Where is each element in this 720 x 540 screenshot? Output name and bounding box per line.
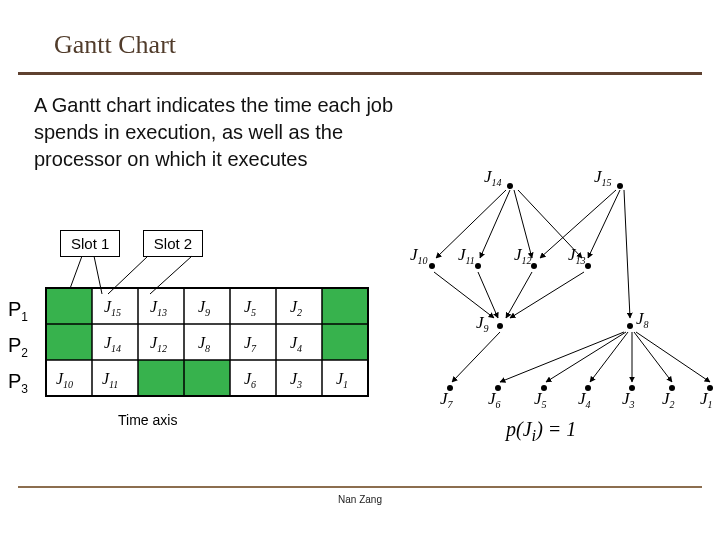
svg-rect-7 [322, 324, 368, 360]
svg-point-37 [507, 183, 513, 189]
p1-letter: P [8, 298, 21, 320]
svg-point-48 [585, 385, 591, 391]
pj-head: p(J [506, 418, 532, 440]
svg-point-49 [629, 385, 635, 391]
svg-rect-5 [322, 288, 368, 324]
processor-3-label: P3 [8, 370, 28, 396]
svg-rect-4 [46, 288, 92, 324]
node-j1: J1 [700, 389, 713, 410]
cell-p2-s4: J8 [198, 334, 210, 354]
svg-line-26 [478, 272, 498, 318]
svg-line-36 [636, 332, 710, 382]
node-j10: J10 [410, 245, 428, 266]
node-j13: J13 [568, 245, 586, 266]
svg-point-46 [495, 385, 501, 391]
p3-sub: 3 [21, 382, 28, 396]
cell-p1-s6: J2 [290, 298, 302, 318]
cell-p1-s3: J13 [150, 298, 167, 318]
gantt-chart: J15 J13 J9 J5 J2 J14 J12 J8 J7 J4 J10 J1… [38, 282, 374, 402]
cell-p2-s3: J12 [150, 334, 167, 354]
precedence-tree: J14 J15 J10 J11 J12 J13 J9 J8 J7 J6 J5 J… [410, 166, 720, 416]
footer-rule [18, 486, 702, 488]
slide-title: Gantt Chart [54, 30, 176, 60]
cell-p3-s2: J11 [102, 370, 118, 390]
svg-line-29 [624, 190, 630, 318]
svg-rect-8 [138, 360, 184, 396]
node-j2: J2 [662, 389, 675, 410]
svg-point-42 [585, 263, 591, 269]
node-j8: J8 [636, 309, 649, 330]
svg-line-25 [434, 272, 494, 318]
svg-rect-6 [46, 324, 92, 360]
svg-line-23 [540, 190, 616, 258]
node-j7: J7 [440, 389, 454, 410]
footer-author: Nan Zang [0, 494, 720, 505]
p2-letter: P [8, 334, 21, 356]
node-j9: J9 [476, 313, 489, 334]
node-j4: J4 [578, 389, 591, 410]
svg-rect-9 [184, 360, 230, 396]
svg-line-31 [500, 332, 624, 382]
cell-p2-s2: J14 [104, 334, 121, 354]
p2-sub: 2 [21, 346, 28, 360]
svg-point-41 [531, 263, 537, 269]
node-j15: J15 [594, 167, 612, 188]
slide-description: A Gantt chart indicates the time each jo… [34, 92, 404, 173]
svg-point-43 [497, 323, 503, 329]
p1-sub: 1 [21, 310, 28, 324]
svg-point-39 [429, 263, 435, 269]
slot1-label: Slot 1 [60, 230, 120, 257]
svg-line-30 [452, 332, 500, 382]
node-j14: J14 [484, 167, 502, 188]
node-j6: J6 [488, 389, 501, 410]
svg-point-47 [541, 385, 547, 391]
cell-p3-s6: J3 [290, 370, 302, 390]
node-j3: J3 [622, 389, 635, 410]
cell-p1-s2: J15 [104, 298, 121, 318]
svg-line-35 [634, 332, 672, 382]
time-axis-label: Time axis [118, 412, 177, 428]
svg-point-44 [627, 323, 633, 329]
cell-p2-s6: J4 [290, 334, 302, 354]
svg-point-45 [447, 385, 453, 391]
cell-p3-s5: J6 [244, 370, 256, 390]
p3-letter: P [8, 370, 21, 392]
cell-p1-s4: J9 [198, 298, 210, 318]
title-underline [18, 72, 702, 75]
svg-line-27 [506, 272, 532, 318]
slot-labels-group: Slot 1 Slot 2 [60, 230, 221, 257]
svg-line-32 [546, 332, 626, 382]
cell-p3-s1: J10 [56, 370, 73, 390]
processing-time-formula: p(Ji) = 1 [506, 418, 576, 446]
cell-p1-s5: J5 [244, 298, 256, 318]
slot2-label: Slot 2 [143, 230, 203, 257]
processor-1-label: P1 [8, 298, 28, 324]
node-j11: J11 [458, 245, 475, 266]
cell-p3-s7: J1 [336, 370, 348, 390]
svg-point-50 [669, 385, 675, 391]
pj-tail: ) = 1 [536, 418, 576, 440]
svg-line-33 [590, 332, 628, 382]
svg-point-40 [475, 263, 481, 269]
svg-point-38 [617, 183, 623, 189]
svg-line-28 [510, 272, 584, 318]
svg-point-51 [707, 385, 713, 391]
processor-2-label: P2 [8, 334, 28, 360]
cell-p2-s5: J7 [244, 334, 257, 354]
node-j5: J5 [534, 389, 547, 410]
